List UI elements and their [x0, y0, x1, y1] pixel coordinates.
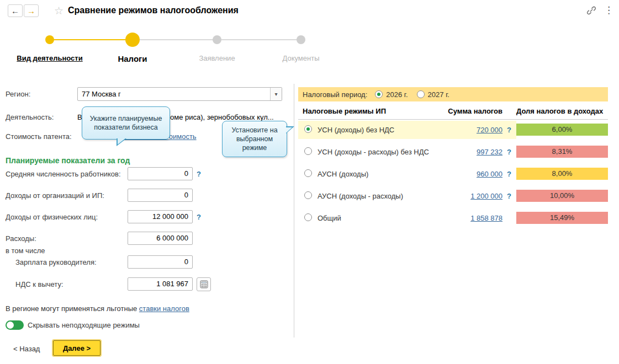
wizard-line-done [50, 39, 133, 40]
sum-link[interactable]: 997 232 [477, 148, 502, 156]
regime-sum: 1 858 878 [425, 214, 502, 222]
regime-radio-usn-dr[interactable] [304, 147, 312, 155]
wizard-dot-application [213, 35, 221, 44]
wizard-dot-taxes [125, 33, 140, 47]
forward-button[interactable]: → [24, 4, 39, 17]
regime-sum: 720 000 [425, 126, 502, 134]
regime-radio-obshchiy[interactable] [304, 213, 312, 221]
indicators-section-title: Планируемые показатели за год [6, 156, 130, 165]
share-badge: 10,00% [516, 190, 608, 202]
chevron-down-icon[interactable]: ▾ [270, 88, 282, 100]
sum-help-icon[interactable]: ? [507, 148, 511, 156]
back-step-button[interactable]: < Назад [10, 342, 43, 355]
region-label: Регион: [6, 90, 30, 98]
wizard-step-taxes[interactable]: Налоги [99, 54, 166, 63]
column-header-regimes: Налоговые режимы ИП [303, 107, 386, 115]
expenses-label: Расходы: [6, 234, 36, 243]
individuals-income-help-icon[interactable]: ? [197, 213, 201, 221]
wizard-dot-activity [45, 35, 54, 44]
regime-name[interactable]: АУСН (доходы - расходы) [318, 192, 403, 200]
region-value: 77 Москва г [82, 90, 121, 98]
region-combobox[interactable]: 77 Москва г ▾ [77, 87, 282, 101]
regime-radio-ausn-dr[interactable] [304, 191, 312, 199]
sum-link[interactable]: 1 858 878 [470, 214, 502, 222]
calculator-button[interactable] [197, 277, 211, 291]
sum-link[interactable]: 1 200 000 [470, 192, 502, 200]
tooltip-tail-inner [118, 138, 125, 144]
column-header-sum: Сумма налогов [425, 107, 502, 115]
director-salary-input[interactable]: 0 [128, 255, 193, 269]
individuals-income-label: Доходы от физических лиц: [6, 213, 98, 221]
period-2026-label[interactable]: 2026 г. [386, 90, 408, 99]
tax-period-label: Налоговый период: [303, 90, 367, 99]
regime-name[interactable]: АУСН (доходы) [318, 170, 368, 178]
app-window: ← → ☆ Сравнение режимов налогообложения … [0, 0, 619, 364]
period-2027-label[interactable]: 2027 г. [428, 90, 449, 99]
share-badge: 6,00% [516, 124, 608, 136]
wizard-step-activity[interactable]: Вид деятельности [11, 54, 88, 62]
sum-help-icon[interactable]: ? [507, 126, 511, 134]
next-step-button[interactable]: Далее > [53, 340, 100, 356]
tooltip-indicators: Укажите планируемые показатели бизнеса [82, 106, 170, 140]
tax-period-bar: Налоговый период: 2026 г. 2027 г. [298, 87, 608, 101]
vat-deduction-label: НДС к вычету: [15, 280, 64, 288]
favorite-star-icon[interactable]: ☆ [54, 4, 64, 17]
regime-sum: 1 200 000 [425, 192, 502, 200]
regime-name[interactable]: УСН (доходы - расходы) без НДС [318, 148, 429, 156]
avg-employees-label: Средняя численность работников: [6, 170, 121, 178]
back-button[interactable]: ← [8, 4, 23, 17]
link-icon[interactable] [586, 6, 596, 17]
tooltip-tail-inner [286, 127, 292, 133]
expenses-input[interactable]: 6 000 000 [128, 232, 193, 245]
regime-radio-usn-dohody[interactable] [304, 125, 312, 133]
period-2026-radio[interactable] [375, 90, 383, 98]
forward-arrow-icon: → [27, 6, 35, 15]
regime-sum: 997 232 [425, 148, 502, 156]
hide-unsuitable-label: Скрывать неподходящие режимы [28, 321, 140, 329]
vat-deduction-input[interactable]: 1 081 967 [128, 277, 193, 291]
sum-help-icon[interactable]: ? [507, 192, 511, 200]
wizard-step-application[interactable]: Заявление [184, 54, 250, 62]
share-badge: 15,49% [516, 212, 608, 224]
benefits-text: В регионе могут применяться льготные ста… [6, 304, 189, 313]
regime-sum: 960 000 [425, 170, 502, 178]
sum-help-icon[interactable]: ? [507, 170, 511, 178]
sum-link[interactable]: 720 000 [477, 126, 502, 134]
back-arrow-icon: ← [11, 6, 19, 15]
benefits-text-static: В регионе могут применяться льготные [6, 304, 139, 313]
including-label: в том числе [6, 247, 45, 255]
tooltip-select-regime-text: Установите на выбранном режиме [227, 126, 282, 153]
regime-name[interactable]: Общий [318, 214, 341, 222]
patent-cost-label: Стоимость патента: [6, 132, 72, 141]
share-badge: 8,00% [516, 168, 608, 180]
page-title: Сравнение режимов налогообложения [68, 6, 239, 15]
more-menu-icon[interactable]: ⋮ [604, 4, 613, 16]
tooltip-indicators-text: Укажите планируемые показатели бизнеса [87, 114, 165, 132]
calculator-icon [200, 280, 208, 288]
header-divider [298, 119, 608, 120]
activity-label: Деятельность: [6, 113, 54, 121]
avg-employees-help-icon[interactable]: ? [197, 170, 201, 178]
period-2027-radio[interactable] [417, 90, 425, 98]
share-badge: 8,31% [516, 146, 608, 158]
org-income-label: Доходы от организаций и ИП: [6, 191, 104, 200]
sum-link[interactable]: 960 000 [477, 170, 502, 178]
hide-unsuitable-toggle[interactable] [6, 320, 24, 330]
org-income-input[interactable]: 0 [128, 189, 193, 202]
tax-rates-link[interactable]: ставки налогов [139, 304, 189, 313]
toggle-knob [7, 322, 14, 329]
tooltip-select-regime: Установите на выбранном режиме [222, 121, 287, 157]
wizard-dot-documents [297, 35, 305, 44]
wizard-step-documents[interactable]: Документы [268, 54, 334, 62]
column-header-share: Доля налогов в доходах [516, 107, 603, 115]
director-salary-label: Зарплата руководителя: [15, 258, 97, 266]
regime-name[interactable]: УСН (доходы) без НДС [318, 126, 394, 134]
regime-radio-ausn-dohody[interactable] [304, 169, 312, 177]
panel-divider [294, 84, 294, 338]
avg-employees-input[interactable]: 0 [128, 167, 193, 180]
individuals-income-input[interactable]: 12 000 000 [128, 210, 193, 223]
